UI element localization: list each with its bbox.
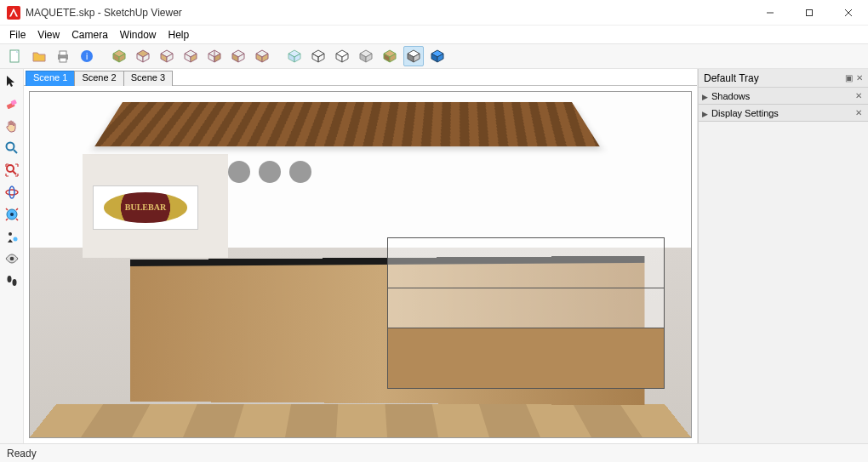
- title-bar: MAQUETE.skp - SketchUp Viewer: [0, 0, 868, 26]
- shaded-textures-style-icon[interactable]: [380, 46, 400, 66]
- scene-tab-3[interactable]: Scene 3: [123, 71, 173, 86]
- eye-tool-icon[interactable]: [3, 249, 21, 268]
- menu-window[interactable]: Window: [114, 27, 163, 43]
- panel-close-icon[interactable]: ✕: [853, 108, 865, 117]
- svg-point-59: [7, 165, 14, 172]
- model-info-icon[interactable]: i: [77, 46, 97, 66]
- svg-point-66: [13, 237, 17, 242]
- chevron-right-icon: ▶: [702, 93, 708, 101]
- back-view-icon[interactable]: [204, 46, 225, 66]
- zoom-extents-icon[interactable]: [3, 161, 21, 180]
- close-button[interactable]: [829, 0, 868, 26]
- panel-close-icon[interactable]: ✕: [853, 91, 865, 100]
- orbit-tool-icon[interactable]: [3, 183, 21, 202]
- cafe-sign-text: BULEBAR: [104, 192, 187, 223]
- select-tool-icon[interactable]: [3, 72, 21, 91]
- menu-file[interactable]: File: [3, 27, 31, 43]
- status-text: Ready: [7, 448, 37, 459]
- eraser-tool-icon[interactable]: [3, 94, 21, 113]
- svg-point-69: [12, 279, 16, 286]
- svg-point-57: [6, 143, 14, 151]
- look-around-icon[interactable]: [3, 205, 21, 224]
- right-view-icon[interactable]: [180, 46, 201, 66]
- svg-point-65: [9, 232, 12, 236]
- magnify-tool-icon[interactable]: [3, 139, 21, 157]
- menu-camera[interactable]: Camera: [66, 27, 114, 43]
- hand-tool-icon[interactable]: [3, 117, 21, 135]
- viewport-3d[interactable]: BULEBAR: [24, 86, 697, 443]
- tray-panel-label: Display Settings: [711, 108, 779, 118]
- print-icon[interactable]: [53, 46, 73, 66]
- svg-line-58: [14, 150, 17, 153]
- tray-panel-shadows[interactable]: ▶Shadows ✕: [699, 88, 868, 105]
- tray-title-bar[interactable]: Default Tray ▣ ✕: [699, 69, 868, 88]
- app-icon: [7, 6, 20, 20]
- hiddenline-style-icon[interactable]: [332, 46, 352, 66]
- iso-view-icon[interactable]: [109, 46, 129, 66]
- svg-rect-7: [60, 51, 66, 55]
- window-title: MAQUETE.skp - SketchUp Viewer: [26, 7, 182, 19]
- color-style-icon[interactable]: [427, 46, 448, 66]
- tray-close-icon[interactable]: ✕: [856, 73, 863, 83]
- menu-view[interactable]: View: [31, 27, 66, 43]
- svg-rect-1: [807, 9, 813, 15]
- monochrome-style-icon[interactable]: [403, 46, 424, 66]
- default-tray: Default Tray ▣ ✕ ▶Shadows ✕ ▶Display Set…: [698, 69, 868, 443]
- main-toolbar: i: [0, 43, 868, 69]
- svg-point-67: [9, 257, 14, 261]
- new-file-icon[interactable]: [5, 46, 26, 66]
- svg-point-68: [7, 276, 11, 282]
- left-toolbar: [0, 69, 24, 443]
- front-view-icon[interactable]: [157, 46, 177, 66]
- svg-marker-54: [7, 76, 14, 87]
- svg-text:i: i: [86, 52, 88, 61]
- svg-point-64: [10, 213, 14, 216]
- shaded-style-icon[interactable]: [356, 46, 376, 66]
- viewport-scene: BULEBAR: [29, 91, 692, 438]
- open-file-icon[interactable]: [29, 46, 49, 66]
- svg-point-61: [6, 190, 18, 195]
- svg-marker-37: [312, 54, 318, 62]
- maximize-button[interactable]: [790, 0, 829, 26]
- top-view-icon[interactable]: [133, 46, 153, 66]
- scene-tabs: Scene 1 Scene 2 Scene 3: [24, 69, 697, 86]
- xray-style-icon[interactable]: [284, 46, 305, 66]
- status-bar: Ready: [0, 443, 868, 462]
- cafe-sign: BULEBAR: [93, 185, 198, 231]
- position-camera-icon[interactable]: [3, 227, 21, 246]
- bottom-view-icon[interactable]: [252, 46, 272, 66]
- chevron-right-icon: ▶: [702, 110, 708, 118]
- svg-line-60: [13, 171, 16, 174]
- scene-tab-2[interactable]: Scene 2: [74, 71, 123, 86]
- center-pane: Scene 1 Scene 2 Scene 3 BULEBAR: [24, 69, 698, 443]
- tray-panel-label: Shadows: [711, 91, 750, 101]
- scene-tab-1[interactable]: Scene 1: [26, 71, 75, 86]
- walk-tool-icon[interactable]: [3, 271, 21, 290]
- svg-marker-36: [312, 50, 324, 57]
- tray-panel-display-settings[interactable]: ▶Display Settings ✕: [699, 105, 868, 122]
- tray-pin-icon[interactable]: ▣: [845, 73, 853, 83]
- wireframe-style-icon[interactable]: [308, 46, 328, 66]
- svg-rect-8: [60, 58, 66, 62]
- left-view-icon[interactable]: [228, 46, 248, 66]
- menu-help[interactable]: Help: [163, 27, 196, 43]
- svg-marker-38: [318, 54, 324, 62]
- menu-bar: File View Camera Window Help: [0, 26, 868, 43]
- minimize-button[interactable]: [751, 0, 790, 26]
- tray-title-label: Default Tray: [704, 72, 759, 84]
- svg-point-62: [9, 186, 14, 198]
